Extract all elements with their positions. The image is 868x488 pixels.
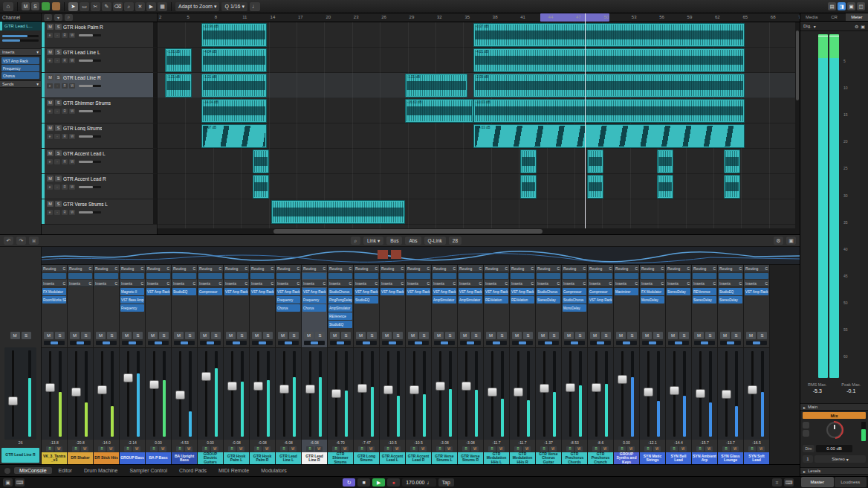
solo-button[interactable]: S: [627, 332, 637, 339]
solo-button[interactable]: S: [731, 332, 741, 339]
strip-inserts-header[interactable]: Inserts C: [536, 280, 561, 287]
read-automation-button[interactable]: R: [332, 446, 340, 452]
track-mini-button[interactable]: W: [69, 83, 75, 89]
insert-slot[interactable]: StereoDelay: [693, 296, 716, 304]
pointer-tool-icon[interactable]: ➤: [68, 2, 78, 11]
strip-routing-header[interactable]: Routing C: [172, 265, 197, 272]
mixer-channel-strip[interactable]: Routing C Inserts C VST Amp RackFrequenc…: [302, 265, 328, 464]
fader-cap[interactable]: [123, 373, 133, 382]
track-mini-button[interactable]: W: [69, 184, 75, 190]
mixer-left-fader[interactable]: [4, 347, 36, 440]
strip-inserts-header[interactable]: Inserts C: [406, 280, 431, 287]
insert-slot[interactable]: VST Amp Rack: [380, 288, 404, 295]
global-solo-button[interactable]: S: [31, 2, 39, 10]
insert-slot[interactable]: StudioEQ: [354, 296, 378, 304]
audio-clip[interactable]: -1.21 dB: [165, 74, 192, 97]
insert-slot[interactable]: StudioEQ: [172, 288, 196, 295]
audio-clip[interactable]: [253, 175, 269, 199]
track-solo-button[interactable]: S: [55, 125, 62, 131]
strip-routing-slot[interactable]: [589, 273, 612, 279]
lower-tab-modulators[interactable]: Modulators: [256, 467, 292, 474]
strip-name[interactable]: GTR Modulation HHs L: [484, 452, 509, 464]
routing-copy-icon[interactable]: C: [62, 266, 65, 271]
track-row[interactable]: M S GTR Verse Strums L e◦RW: [42, 199, 157, 225]
mute-button[interactable]: M: [486, 332, 496, 339]
routing-copy-icon[interactable]: C: [375, 266, 378, 271]
track-solo-button[interactable]: S: [55, 150, 62, 156]
meter-mode-tab-master[interactable]: Master: [801, 477, 834, 487]
write-automation-button[interactable]: W: [679, 446, 687, 452]
strip-routing-slot[interactable]: [615, 273, 638, 279]
transport-left-icon-1[interactable]: ⌨: [15, 478, 25, 487]
strip-inserts-header[interactable]: Inserts C: [614, 280, 639, 287]
fader-section[interactable]: [172, 347, 197, 440]
mute-button[interactable]: M: [70, 332, 80, 339]
strip-routing-slot[interactable]: [68, 273, 92, 279]
track-mute-button[interactable]: M: [47, 201, 54, 207]
read-automation-button[interactable]: R: [124, 446, 132, 452]
mute-button[interactable]: M: [356, 332, 366, 339]
write-automation-button[interactable]: W: [341, 446, 349, 452]
strip-routing-slot[interactable]: [511, 273, 534, 279]
mixer-channel-strip[interactable]: Routing C Inserts C VST Amp Rack M S -0.…: [224, 265, 250, 464]
automation-write-icon[interactable]: [52, 2, 60, 10]
mixer-channel-strip[interactable]: Routing C Inserts C VST Amp Rack M S -10…: [406, 265, 432, 464]
read-automation-button[interactable]: R: [280, 446, 288, 452]
fader-section[interactable]: [666, 347, 691, 440]
fader-cap[interactable]: [8, 396, 18, 405]
write-automation-button[interactable]: W: [445, 446, 453, 452]
routing-copy-icon[interactable]: C: [687, 266, 690, 271]
strip-name[interactable]: SYN Soft Lead: [744, 452, 769, 464]
horizontal-scrollbar-thumb[interactable]: [273, 229, 543, 234]
mixer-channel-strip[interactable]: Routing C Inserts C REVerenceStereoDelay…: [692, 265, 718, 464]
insert-slot[interactable]: StereoDelay: [537, 296, 560, 304]
strip-inserts-header[interactable]: Inserts C: [250, 280, 275, 287]
strip-inserts-header[interactable]: Inserts C: [718, 280, 743, 287]
fader-section[interactable]: [510, 347, 535, 440]
insert-slot[interactable]: Magneto II: [120, 288, 144, 295]
write-automation-button[interactable]: W: [523, 446, 531, 452]
write-automation-button[interactable]: W: [133, 446, 140, 452]
mixer-channel-strip[interactable]: Routing C Inserts C StereoDelay M S -14.…: [666, 265, 692, 464]
audio-clip[interactable]: [724, 150, 740, 173]
strip-name[interactable]: GTR Modulation HHs R: [510, 452, 535, 464]
strip-name[interactable]: GTR Long Strums: [354, 452, 379, 464]
mute-button[interactable]: M: [382, 332, 392, 339]
strip-routing-header[interactable]: Routing C: [640, 265, 665, 272]
read-automation-button[interactable]: R: [306, 446, 314, 452]
solo-button[interactable]: S: [575, 332, 585, 339]
mixer-channel-strip[interactable]: Routing C Inserts C VST Amp RackREVelati…: [510, 265, 536, 464]
pan-control[interactable]: [356, 341, 377, 345]
fader-section[interactable]: [120, 347, 145, 440]
track-mini-button[interactable]: e: [47, 109, 53, 114]
fader-cap[interactable]: [461, 382, 471, 391]
mute-button[interactable]: M: [174, 332, 184, 339]
fader-cap[interactable]: [227, 382, 237, 391]
strip-name[interactable]: GROUP Bass: [120, 452, 145, 464]
strip-name[interactable]: GROUP Electric Guitars: [198, 452, 223, 464]
track-mini-button[interactable]: ◦: [54, 134, 60, 139]
solo-button[interactable]: S: [549, 332, 559, 339]
solo-button[interactable]: S: [757, 332, 767, 339]
read-automation-button[interactable]: R: [670, 446, 678, 452]
fader-section[interactable]: [692, 347, 717, 440]
strip-routing-header[interactable]: Routing C: [744, 265, 769, 272]
routing-copy-icon[interactable]: C: [88, 266, 91, 271]
insert-slot[interactable]: VST Amp Rack: [589, 296, 612, 304]
maximize-icon[interactable]: ▣: [786, 237, 796, 245]
track-row[interactable]: M S GTR Accent Lead R e◦RW: [42, 174, 157, 199]
mute-button[interactable]: M: [538, 332, 548, 339]
strip-inserts-header[interactable]: Inserts C: [380, 280, 405, 287]
strip-name[interactable]: GTR Prechorus Crunch: [588, 452, 613, 464]
strip-name[interactable]: BA P Bass: [146, 452, 171, 464]
strip-routing-header[interactable]: Routing C: [302, 265, 327, 272]
routing-copy-icon[interactable]: C: [244, 266, 247, 271]
mute-button[interactable]: M: [746, 332, 756, 339]
read-automation-button[interactable]: R: [618, 446, 626, 452]
read-automation-button[interactable]: R: [384, 446, 392, 452]
audio-clip[interactable]: -1.21 dB: [405, 74, 467, 97]
strip-routing-header[interactable]: Routing C: [198, 265, 223, 272]
downmix-preset-number[interactable]: 1: [803, 455, 813, 463]
mixer-channel-strip[interactable]: Routing C Inserts C VST Amp RackREVelati…: [484, 265, 510, 464]
fader-cap[interactable]: [514, 388, 523, 396]
